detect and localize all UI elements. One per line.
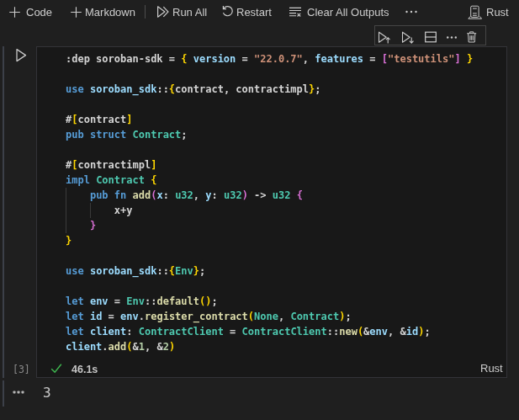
code-token: ; <box>181 129 187 141</box>
run-cell-button[interactable] <box>14 48 28 62</box>
code-token: :: <box>327 326 339 338</box>
split-cell-icon[interactable] <box>424 30 437 45</box>
code-token: ; <box>199 265 205 277</box>
code-token: ) <box>242 189 248 201</box>
code-token: , <box>193 189 205 201</box>
toolbar-separator <box>145 5 146 19</box>
code-token <box>461 53 467 65</box>
run-all-icon <box>156 5 170 19</box>
code-token: ; <box>211 295 217 307</box>
code-token: client <box>66 341 102 353</box>
code-token: [ <box>382 53 388 65</box>
code-token: ] <box>126 114 132 125</box>
code-line: #[contractimpl] <box>66 157 473 173</box>
clear-all-outputs-button[interactable]: Clear All Outputs <box>289 0 389 24</box>
toolbar-more-button[interactable] <box>405 0 418 24</box>
code-token: :: <box>145 295 156 307</box>
code-token: { <box>169 83 175 95</box>
output-focus-indicator <box>3 380 4 407</box>
code-token: & <box>133 341 139 353</box>
add-code-button[interactable]: Code <box>8 0 52 24</box>
restart-label: Restart <box>236 6 272 19</box>
cell-focus-indicator[interactable] <box>3 46 4 378</box>
indent-guide <box>66 188 66 233</box>
code-token: id <box>406 326 418 338</box>
code-token: { <box>297 189 303 201</box>
code-token <box>290 189 296 201</box>
restart-icon <box>221 5 234 18</box>
code-token: add <box>109 341 127 353</box>
code-token: u32 <box>224 189 242 201</box>
code-token <box>84 83 90 95</box>
code-token <box>126 189 132 201</box>
code-token: env <box>369 326 388 338</box>
kernel-picker-button[interactable]: Rust <box>464 0 509 24</box>
code-token: :: <box>156 265 168 277</box>
code-token: let <box>66 326 84 338</box>
code-token: use <box>66 265 84 277</box>
code-token: id <box>90 311 102 322</box>
code-token: 1 <box>139 341 145 353</box>
code-token: : <box>126 326 138 338</box>
code-token: env <box>120 311 139 322</box>
code-token: register_contract <box>145 311 248 322</box>
code-token: ; <box>345 311 351 322</box>
execute-above-icon[interactable] <box>378 30 391 45</box>
run-all-button[interactable]: Run All <box>156 0 207 24</box>
code-token: = <box>363 53 382 65</box>
code-token: , & <box>145 341 163 353</box>
code-token: , <box>278 311 290 322</box>
code-token: None <box>254 311 278 322</box>
code-token: = <box>224 326 242 338</box>
code-line: let id = env.register_contract(None, Con… <box>66 309 473 324</box>
code-token: "22.0.7" <box>254 53 303 65</box>
server-environment-icon <box>464 4 482 20</box>
code-token: x+y <box>66 205 132 216</box>
code-token: soroban_sdk <box>90 83 156 95</box>
execute-below-icon[interactable] <box>401 30 415 45</box>
code-line <box>66 66 473 82</box>
code-token: struct <box>90 129 126 141</box>
code-token: version <box>193 53 236 65</box>
code-token <box>188 53 193 65</box>
delete-cell-icon[interactable] <box>465 30 479 45</box>
cell-language-picker[interactable]: Rust <box>480 362 503 375</box>
code-token: x <box>156 189 162 201</box>
cell-toolbar <box>374 25 486 45</box>
code-token: = <box>109 295 127 307</box>
code-token: } <box>467 53 473 65</box>
output-value: 3 <box>43 385 51 401</box>
code-token: : <box>163 189 175 201</box>
code-token: ] <box>454 53 460 65</box>
cell-more-icon[interactable] <box>445 30 458 45</box>
code-token: y <box>205 189 211 201</box>
code-line: } <box>66 218 473 233</box>
code-token: -> <box>248 189 273 201</box>
restart-button[interactable]: Restart <box>221 0 272 24</box>
execution-duration: 46.1s <box>71 363 98 376</box>
add-markdown-button[interactable]: Markdown <box>70 0 135 24</box>
code-token: () <box>199 295 211 307</box>
code-line: client.add(&1, &2) <box>66 339 473 354</box>
kernel-label: Rust <box>486 6 509 19</box>
code-token <box>66 220 90 231</box>
code-token: : <box>212 189 224 201</box>
code-line <box>66 97 473 112</box>
code-token: u32 <box>175 189 193 201</box>
code-line <box>66 279 473 294</box>
code-line: let env = Env::default(); <box>66 294 473 309</box>
code-token <box>109 189 114 201</box>
code-line: let client: ContractClient = ContractCli… <box>66 324 473 339</box>
code-token: contract <box>77 114 126 125</box>
code-line: pub struct Contract; <box>66 127 473 142</box>
code-editor-content[interactable]: :dep soroban-sdk = { version = "22.0.7",… <box>66 51 473 354</box>
ellipsis-icon <box>405 5 418 19</box>
code-line: impl Contract { <box>66 173 473 188</box>
output-more-icon[interactable] <box>13 389 26 396</box>
code-token: { <box>181 53 187 65</box>
code-token: let <box>66 311 84 322</box>
code-token: ; <box>424 326 430 338</box>
code-token: "testutils" <box>388 53 454 65</box>
code-token: { <box>169 265 175 277</box>
code-line: use soroban_sdk::{Env}; <box>66 263 473 279</box>
